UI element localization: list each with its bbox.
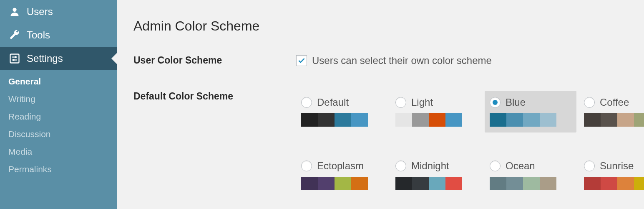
scheme-head: Default — [301, 97, 383, 108]
sidebar-item-tools[interactable]: Tools — [0, 23, 117, 47]
radio-icon[interactable] — [490, 161, 501, 171]
color-swatch — [429, 177, 445, 190]
color-swatches — [584, 177, 644, 190]
sidebar-sub-writing[interactable]: Writing — [8, 90, 117, 108]
radio-icon[interactable] — [395, 161, 406, 171]
color-swatch — [318, 177, 335, 190]
color-swatch — [395, 113, 412, 127]
checkbox-icon[interactable] — [296, 55, 307, 66]
radio-icon[interactable] — [301, 161, 312, 171]
user-icon — [8, 6, 21, 18]
color-swatch — [412, 177, 429, 190]
color-swatch — [634, 177, 644, 190]
main-content: Admin Color Scheme User Color Scheme Use… — [117, 0, 644, 209]
color-swatches — [395, 113, 462, 127]
scheme-head: Ectoplasm — [301, 160, 383, 172]
radio-icon[interactable] — [584, 97, 595, 108]
color-swatch — [412, 113, 429, 127]
color-swatch — [351, 113, 368, 127]
sidebar-item-label: Settings — [27, 53, 63, 64]
color-swatches — [395, 177, 462, 190]
color-swatch — [601, 177, 617, 190]
scheme-name-label: Ectoplasm — [317, 160, 364, 172]
color-swatch — [506, 113, 523, 127]
scheme-option-default[interactable]: Default — [296, 91, 388, 133]
color-swatch — [634, 113, 644, 127]
scheme-head: Midnight — [395, 160, 477, 172]
scheme-name-label: Midnight — [411, 160, 449, 172]
color-swatches — [301, 113, 368, 127]
sidebar-sub-permalinks[interactable]: Permalinks — [8, 161, 117, 178]
color-swatches — [490, 113, 556, 127]
scheme-head: Coffee — [584, 97, 644, 108]
scheme-head: Ocean — [490, 160, 571, 172]
checkbox-user-color[interactable]: Users can select their own color scheme — [296, 55, 644, 66]
color-swatch — [429, 113, 445, 127]
sliders-icon — [8, 53, 21, 64]
scheme-option-coffee[interactable]: Coffee — [579, 91, 644, 133]
radio-icon[interactable] — [584, 161, 595, 171]
sidebar-item-users[interactable]: Users — [0, 0, 117, 23]
scheme-option-blue[interactable]: Blue — [485, 91, 576, 133]
radio-icon[interactable] — [395, 97, 406, 108]
wrench-icon — [8, 29, 21, 41]
color-swatch — [445, 113, 462, 127]
color-swatch — [523, 177, 540, 190]
color-swatch — [617, 177, 634, 190]
row-user-color-scheme: User Color Scheme Users can select their… — [133, 55, 644, 66]
scheme-head: Blue — [490, 97, 571, 108]
page-title: Admin Color Scheme — [133, 18, 644, 34]
color-swatch — [445, 177, 462, 190]
scheme-option-midnight[interactable]: Midnight — [390, 154, 482, 196]
color-swatch — [584, 177, 601, 190]
scheme-option-ectoplasm[interactable]: Ectoplasm — [296, 154, 388, 196]
color-swatch — [540, 177, 556, 190]
scheme-name-label: Ocean — [506, 160, 535, 172]
scheme-name-label: Coffee — [600, 97, 629, 108]
color-swatches — [584, 113, 644, 127]
sidebar-sub-discussion[interactable]: Discussion — [8, 125, 117, 143]
color-swatch — [617, 113, 634, 127]
scheme-name-label: Blue — [506, 97, 526, 108]
color-swatch — [318, 113, 335, 127]
sidebar-sub-reading[interactable]: Reading — [8, 108, 117, 125]
sidebar-item-label: Tools — [27, 29, 50, 41]
radio-icon[interactable] — [490, 97, 501, 108]
color-swatch — [395, 177, 412, 190]
sidebar-item-settings[interactable]: Settings — [0, 47, 117, 70]
color-swatches — [490, 177, 556, 190]
color-swatch — [301, 113, 318, 127]
scheme-option-sunrise[interactable]: Sunrise — [579, 154, 644, 196]
svg-point-5 — [13, 59, 15, 61]
sidebar: Users Tools Settings General Writing Rea… — [0, 0, 117, 209]
checkbox-label: Users can select their own color scheme — [312, 55, 492, 66]
color-swatch — [335, 177, 351, 190]
sidebar-sub-general[interactable]: General — [8, 73, 117, 90]
color-swatch — [601, 113, 617, 127]
label-default-color-scheme: Default Color Scheme — [133, 91, 296, 102]
color-swatch — [351, 177, 368, 190]
color-swatches — [301, 177, 368, 190]
color-swatch — [301, 177, 318, 190]
sidebar-submenu: General Writing Reading Discussion Media… — [0, 70, 117, 181]
color-swatch — [490, 113, 506, 127]
sidebar-sub-media[interactable]: Media — [8, 143, 117, 161]
svg-point-0 — [13, 8, 16, 12]
color-swatch — [540, 113, 556, 127]
svg-rect-1 — [10, 54, 19, 63]
radio-icon[interactable] — [301, 97, 312, 108]
color-swatch — [523, 113, 540, 127]
scheme-name-label: Sunrise — [600, 160, 634, 172]
scheme-head: Light — [395, 97, 477, 108]
color-swatch — [490, 177, 506, 190]
label-user-color-scheme: User Color Scheme — [133, 55, 296, 66]
scheme-name-label: Default — [317, 97, 349, 108]
sidebar-item-label: Users — [27, 6, 53, 18]
scheme-option-light[interactable]: Light — [390, 91, 482, 133]
color-swatch — [584, 113, 601, 127]
scheme-option-ocean[interactable]: Ocean — [485, 154, 576, 196]
scheme-head: Sunrise — [584, 160, 644, 172]
color-swatch — [506, 177, 523, 190]
color-swatch — [335, 113, 351, 127]
svg-point-3 — [15, 56, 17, 58]
